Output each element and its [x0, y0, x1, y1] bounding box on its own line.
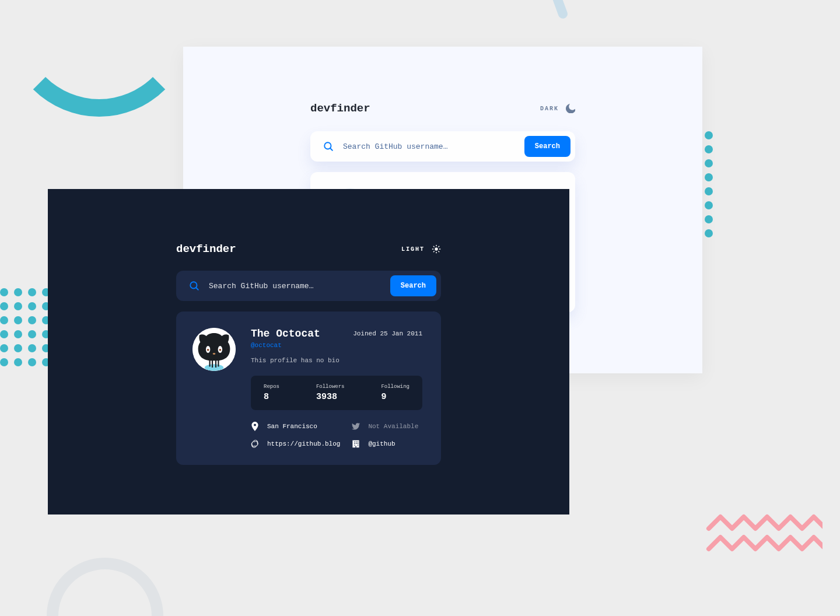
decorative-dots-right: [705, 131, 713, 237]
stat-value: 9: [381, 392, 410, 402]
svg-point-7: [435, 247, 438, 250]
svg-point-24: [205, 364, 224, 371]
user-handle[interactable]: @octocat: [251, 342, 422, 349]
user-join-date: Joined 25 Jan 2011: [353, 330, 422, 337]
decorative-arc: [6, 0, 192, 117]
user-links: San Francisco Not Available https://gith…: [251, 422, 422, 449]
search-icon: [323, 141, 334, 152]
theme-toggle-label: LIGHT: [401, 246, 425, 253]
website-item[interactable]: https://github.blog: [251, 439, 340, 449]
company-item[interactable]: @github: [352, 439, 422, 449]
stat-value: 3938: [316, 392, 345, 402]
svg-line-14: [433, 251, 434, 252]
decorative-circle: [47, 558, 163, 616]
company-value: @github: [368, 440, 395, 447]
svg-line-10: [433, 246, 434, 247]
search-input[interactable]: [209, 282, 381, 290]
link-icon: [251, 439, 259, 449]
decorative-line: [516, 0, 569, 20]
theme-toggle-label: DARK: [540, 106, 559, 112]
stat-following: Following 9: [381, 384, 410, 402]
twitter-value: Not Available: [368, 423, 418, 430]
app-brand: devfinder: [310, 102, 370, 115]
location-value: San Francisco: [267, 423, 317, 430]
moon-icon: [566, 104, 575, 113]
light-header: devfinder DARK: [310, 102, 575, 115]
app-brand: devfinder: [176, 243, 236, 256]
building-icon: [352, 439, 360, 449]
website-value: https://github.blog: [267, 440, 340, 447]
search-input[interactable]: [343, 142, 515, 151]
search-bar: Search: [310, 131, 575, 162]
svg-line-15: [439, 246, 439, 247]
user-bio: This profile has no bio: [251, 357, 422, 364]
stat-label: Followers: [316, 384, 345, 390]
search-icon: [189, 281, 200, 291]
dark-theme-window: devfinder LIGHT Search: [48, 189, 569, 514]
theme-toggle-button[interactable]: LIGHT: [401, 244, 441, 254]
search-button[interactable]: Search: [390, 275, 436, 296]
stat-followers: Followers 3938: [316, 384, 345, 402]
svg-line-17: [196, 288, 198, 290]
location-icon: [251, 422, 259, 431]
location-item: San Francisco: [251, 422, 340, 431]
svg-point-22: [219, 349, 222, 351]
svg-line-1: [330, 148, 332, 150]
avatar: [192, 328, 236, 371]
user-stats-panel: Repos 8 Followers 3938 Following 9: [251, 376, 422, 410]
stat-label: Following: [381, 384, 410, 390]
user-result-card: The Octocat Joined 25 Jan 2011 @octocat …: [176, 312, 441, 465]
twitter-item: Not Available: [352, 422, 422, 431]
svg-point-21: [207, 349, 209, 351]
twitter-icon: [352, 422, 360, 431]
svg-line-11: [439, 251, 439, 252]
svg-point-23: [213, 353, 215, 355]
stat-repos: Repos 8: [264, 384, 279, 402]
sun-icon: [432, 244, 441, 254]
decorative-zigzag: [706, 511, 822, 558]
octocat-icon: [192, 328, 236, 371]
search-button[interactable]: Search: [524, 136, 570, 157]
stat-label: Repos: [264, 384, 279, 390]
search-bar: Search: [176, 271, 441, 301]
theme-toggle-button[interactable]: DARK: [540, 104, 575, 113]
decorative-dots-left: [0, 288, 50, 366]
user-display-name: The Octocat: [251, 328, 320, 340]
stat-value: 8: [264, 392, 279, 402]
dark-header: devfinder LIGHT: [176, 243, 441, 256]
